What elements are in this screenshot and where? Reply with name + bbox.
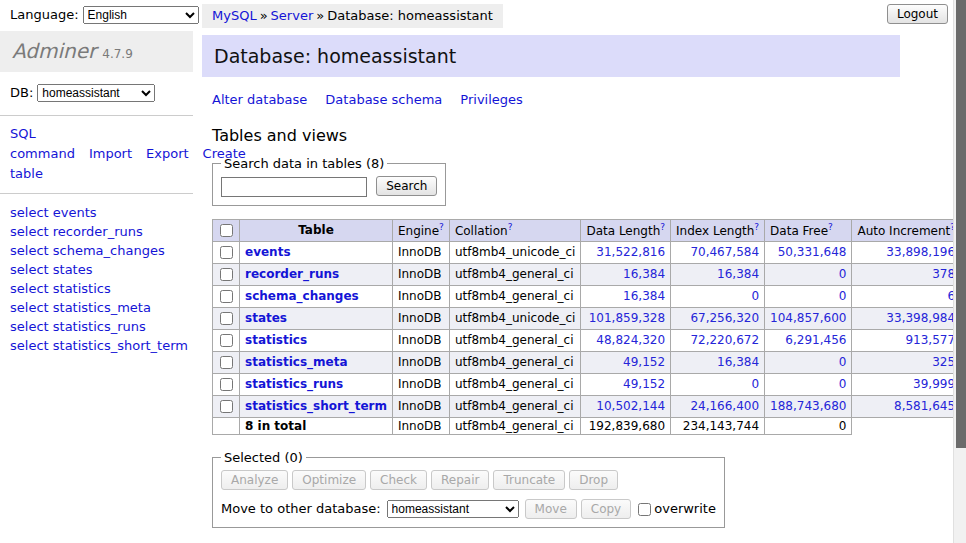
row-checkbox-cell	[213, 285, 240, 307]
select-all-checkbox[interactable]	[220, 224, 233, 237]
auto-increment-cell: 6	[852, 285, 961, 307]
data-free-cell: 6,291,456	[765, 329, 852, 351]
sidebar-table-link-4[interactable]: select statistics	[10, 281, 111, 296]
logout-button[interactable]: Logout	[887, 4, 948, 24]
search-button[interactable]: Search	[376, 176, 437, 196]
collation-cell: utf8mb4_general_ci	[449, 285, 581, 307]
data-length-cell: 101,859,328	[581, 307, 671, 329]
help-link[interactable]: ?	[660, 222, 665, 232]
table-link-events[interactable]: events	[245, 245, 291, 259]
column-header-collation: Collation?	[449, 219, 581, 241]
breadcrumb-link-mysql[interactable]: MySQL	[212, 8, 257, 23]
table-row: eventsInnoDButf8mb4_unicode_ci31,522,816…	[213, 241, 966, 263]
column-header-data-free: Data Free?	[765, 219, 852, 241]
copy-button[interactable]: Copy	[581, 499, 631, 519]
sidebar-nav-link-2[interactable]: Export	[146, 146, 189, 161]
selected-legend: Selected (0)	[221, 450, 306, 465]
database-links: Alter databaseDatabase schemaPrivileges	[212, 92, 966, 107]
overwrite-checkbox[interactable]	[638, 503, 651, 516]
auto-increment-cell: 913,577	[852, 329, 961, 351]
table-link-statistics_runs[interactable]: statistics_runs	[245, 377, 343, 391]
row-checkbox[interactable]	[220, 378, 233, 391]
sidebar-table-link-1[interactable]: select recorder_runs	[10, 224, 143, 239]
db-link-0[interactable]: Alter database	[212, 92, 307, 107]
table-link-statistics_short_term[interactable]: statistics_short_term	[245, 399, 387, 413]
table-link-schema_changes[interactable]: schema_changes	[245, 289, 359, 303]
data-length-cell: 16,384	[581, 285, 671, 307]
sidebar-table-link-7[interactable]: select statistics_short_term	[10, 338, 188, 353]
breadcrumb-current: Database: homeassistant	[327, 8, 493, 23]
collation-cell: utf8mb4_unicode_ci	[449, 307, 581, 329]
sidebar-nav-link-0[interactable]: SQL command	[10, 126, 75, 161]
db-select[interactable]: homeassistant	[37, 84, 155, 102]
row-checkbox[interactable]	[220, 268, 233, 281]
data-free-cell: 104,857,600	[765, 307, 852, 329]
table-name-cell: schema_changes	[240, 285, 393, 307]
index-length-cell: 0	[671, 285, 765, 307]
index-length-cell: 16,384	[671, 263, 765, 285]
top-bar: Language:English MySQL»Server»Database: …	[0, 0, 966, 28]
move-db-select[interactable]: homeassistant	[387, 500, 519, 518]
row-checkbox[interactable]	[220, 334, 233, 347]
index-length-cell: 24,166,400	[671, 395, 765, 417]
engine-cell: InnoDB	[392, 263, 449, 285]
column-header-label: Index Length	[676, 224, 754, 238]
selected-action-buttons: AnalyzeOptimizeCheckRepairTruncateDrop	[221, 470, 716, 490]
help-link[interactable]: ?	[828, 222, 833, 232]
app-version: 4.7.9	[102, 47, 133, 61]
overwrite-label: overwrite	[654, 501, 716, 516]
row-checkbox[interactable]	[220, 312, 233, 325]
column-help: ?	[439, 222, 444, 232]
sidebar-tables-list: select eventsselect recorder_runsselect …	[0, 194, 193, 366]
sidebar-table-link-5[interactable]: select statistics_meta	[10, 300, 151, 315]
sidebar-table-link-0[interactable]: select events	[10, 205, 97, 220]
row-checkbox[interactable]	[220, 400, 233, 413]
row-checkbox-cell	[213, 395, 240, 417]
analyze-button[interactable]: Analyze	[221, 470, 288, 490]
repair-button[interactable]: Repair	[431, 470, 489, 490]
help-link[interactable]: ?	[439, 222, 444, 232]
table-link-statistics_meta[interactable]: statistics_meta	[245, 355, 348, 369]
sidebar-table-link-6[interactable]: select statistics_runs	[10, 319, 146, 334]
column-help: ?	[508, 222, 513, 232]
column-header-label: Engine	[398, 224, 439, 238]
check-button[interactable]: Check	[370, 470, 427, 490]
row-checkbox[interactable]	[220, 246, 233, 259]
search-legend: Search data in tables (8)	[221, 156, 387, 171]
db-link-2[interactable]: Privileges	[460, 92, 523, 107]
language-select[interactable]: English	[83, 6, 199, 24]
column-header-label: Data Length	[586, 224, 660, 238]
data-free-cell: 188,743,680	[765, 395, 852, 417]
column-help: ?	[754, 222, 759, 232]
search-input[interactable]	[221, 177, 367, 197]
sidebar-table-link-2[interactable]: select schema_changes	[10, 243, 165, 258]
table-link-states[interactable]: states	[245, 311, 287, 325]
sidebar-table-link-row: select statistics_short_term	[10, 337, 183, 355]
row-checkbox[interactable]	[220, 290, 233, 303]
auto-increment-cell: 325	[852, 351, 961, 373]
table-link-statistics[interactable]: statistics	[245, 333, 307, 347]
db-label: DB:	[10, 85, 33, 100]
breadcrumb-separator: »	[260, 8, 268, 23]
drop-button[interactable]: Drop	[569, 470, 618, 490]
sidebar-nav-link-1[interactable]: Import	[89, 146, 132, 161]
total-index-length-cell: 234,143,744	[671, 417, 765, 434]
collation-cell: utf8mb4_general_ci	[449, 351, 581, 373]
truncate-button[interactable]: Truncate	[493, 470, 565, 490]
breadcrumb-separator: »	[316, 8, 324, 23]
move-button[interactable]: Move	[525, 499, 577, 519]
sidebar-table-link-row: select statistics_meta	[10, 299, 183, 317]
db-link-1[interactable]: Database schema	[325, 92, 442, 107]
table-link-recorder_runs[interactable]: recorder_runs	[245, 267, 339, 281]
column-header-auto-increment: Auto Increment?	[852, 219, 961, 241]
row-checkbox[interactable]	[220, 356, 233, 369]
table-row: statisticsInnoDButf8mb4_general_ci48,824…	[213, 329, 966, 351]
row-checkbox-cell	[213, 373, 240, 395]
help-link[interactable]: ?	[508, 222, 513, 232]
breadcrumb-link-server[interactable]: Server	[271, 8, 314, 23]
engine-cell: InnoDB	[392, 307, 449, 329]
sidebar-table-link-3[interactable]: select states	[10, 262, 92, 277]
scrollbar-thumb[interactable]	[956, 0, 966, 448]
optimize-button[interactable]: Optimize	[292, 470, 366, 490]
help-link[interactable]: ?	[754, 222, 759, 232]
